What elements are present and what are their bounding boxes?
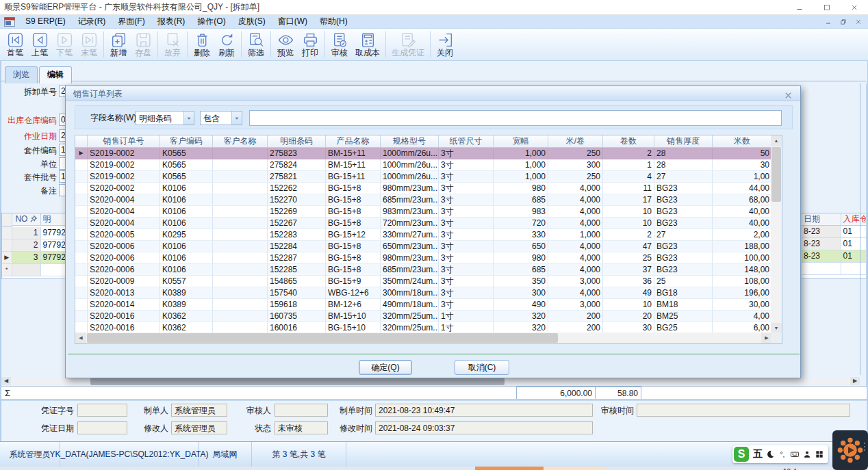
cell-8[interactable]: 300: [548, 159, 603, 171]
cell-9[interactable]: 10: [603, 218, 654, 229]
cell-3[interactable]: 159618: [268, 299, 326, 311]
footer-value[interactable]: 系统管理员: [171, 404, 227, 417]
footer-value[interactable]: 2021-08-24 09:03:37: [375, 421, 593, 434]
cell-6[interactable]: 3寸: [439, 183, 494, 194]
cell-7[interactable]: 490: [494, 299, 548, 311]
toolbar-last-record-button[interactable]: 末笔: [77, 31, 101, 59]
cell-2[interactable]: [213, 276, 268, 287]
toolbar-first-record-button[interactable]: 首笔: [3, 31, 27, 59]
cell-date[interactable]: 8-23: [802, 250, 841, 263]
cell-6[interactable]: 3寸: [439, 194, 494, 206]
cell-4[interactable]: BG-15+8: [326, 183, 381, 194]
cell-4[interactable]: BG-15+8: [326, 264, 381, 276]
cell-8[interactable]: 4,000: [548, 183, 603, 194]
cell-8[interactable]: 1,000: [548, 229, 603, 241]
cell-8[interactable]: 4,000: [548, 252, 603, 264]
cell-5[interactable]: 320mm/25um...: [381, 311, 439, 322]
cell-8[interactable]: 3,000: [548, 276, 603, 287]
cell-3[interactable]: 152270: [268, 194, 326, 206]
cell-4[interactable]: BG-15+9: [326, 276, 381, 287]
cell-8[interactable]: 250: [548, 148, 603, 159]
cell-10[interactable]: BG23: [654, 206, 713, 218]
cancel-button[interactable]: 取消(C): [455, 360, 509, 375]
toolbar-preview-button[interactable]: 预览: [273, 31, 298, 59]
hscroll-thumb[interactable]: [87, 333, 558, 343]
row-selector[interactable]: [75, 159, 88, 171]
cell-detail[interactable]: [41, 264, 66, 276]
cell-7[interactable]: 650: [494, 241, 548, 252]
footer-value[interactable]: [637, 404, 850, 417]
cell-0[interactable]: S2019-0002: [88, 159, 160, 171]
cell-6[interactable]: 3寸: [439, 229, 494, 241]
col-header-1[interactable]: 客户编码: [160, 135, 213, 148]
cell-10[interactable]: BG23: [654, 183, 713, 194]
taskbar-active-app[interactable]: [475, 467, 544, 470]
cell-5[interactable]: 1000mm/26u...: [381, 159, 439, 171]
cell-5[interactable]: 1000mm/26u...: [381, 171, 439, 183]
cell-9[interactable]: 4: [603, 171, 654, 183]
cell-4[interactable]: BM-12+6: [326, 299, 381, 311]
cell-1[interactable]: K0106: [160, 206, 213, 218]
cell-8[interactable]: 250: [548, 171, 603, 183]
cell-3[interactable]: 160735: [268, 311, 326, 322]
col-header-0[interactable]: 销售订单号: [88, 135, 160, 148]
row-selector[interactable]: [2, 227, 12, 239]
cell-detail[interactable]: 97792: [41, 252, 66, 264]
cell-4[interactable]: BG-15+8: [326, 194, 381, 206]
cell-3[interactable]: 275824: [268, 159, 326, 171]
cell-8[interactable]: 4,000: [548, 287, 603, 299]
cell-1[interactable]: K0295: [160, 229, 213, 241]
cell-0[interactable]: S2020-0004: [88, 218, 160, 229]
toolbar-print-button[interactable]: 打印: [298, 31, 322, 59]
cell-11[interactable]: 68,00: [713, 194, 772, 206]
toolbar-prev-record-button[interactable]: 上笔: [27, 31, 52, 59]
menu-item-4[interactable]: 操作(O): [191, 15, 231, 28]
table-row[interactable]: S2020-0004K0106152270BG-15+8685mm/23um..…: [75, 194, 772, 206]
cell-4[interactable]: BG-15+11: [326, 171, 381, 183]
table-row[interactable]: ▶397792: [2, 252, 66, 264]
row-selector[interactable]: *: [2, 264, 12, 276]
cell-3[interactable]: 152262: [268, 183, 326, 194]
row-selector[interactable]: ▶: [75, 148, 88, 159]
cell-11[interactable]: 1,00: [713, 171, 772, 183]
table-row[interactable]: S2020-0004K0106152267BG-15+8720mm/23um..…: [75, 218, 772, 229]
col-header-warehouse[interactable]: 入库仓库: [841, 213, 867, 226]
grid-hscrollbar[interactable]: ◀ ▶: [75, 332, 772, 343]
cell-6[interactable]: 1寸: [439, 311, 494, 322]
cell-9[interactable]: 49: [603, 287, 654, 299]
cell-2[interactable]: [213, 159, 268, 171]
cell-detail[interactable]: 97792: [41, 227, 66, 239]
footer-value[interactable]: [275, 404, 328, 417]
ime-toolbar[interactable]: S 五 °,: [732, 445, 828, 463]
row-selector[interactable]: [75, 194, 88, 206]
toolbar-refresh-button[interactable]: 刷新: [214, 31, 239, 59]
taskbar-app[interactable]: [544, 467, 605, 470]
cell-6[interactable]: 3寸: [439, 287, 494, 299]
col-header-5[interactable]: 规格型号: [381, 135, 439, 148]
cell-1[interactable]: K0106: [160, 252, 213, 264]
cell-0[interactable]: S2020-0006: [88, 252, 160, 264]
cell-4[interactable]: BG-15+8: [326, 241, 381, 252]
cell-5[interactable]: 685mm/23um...: [381, 194, 439, 206]
cell-5[interactable]: 1000mm/26u...: [381, 148, 439, 159]
cell-10[interactable]: 27: [654, 229, 713, 241]
table-row[interactable]: ▶S2019-0002K0565275823BM-15+111000mm/26u…: [75, 148, 772, 159]
cell-5[interactable]: 980mm/23um...: [381, 252, 439, 264]
cell-9[interactable]: 1: [603, 159, 654, 171]
cell-1[interactable]: K0106: [160, 264, 213, 276]
cell-2[interactable]: [213, 206, 268, 218]
cell-5[interactable]: 983mm/23um...: [381, 206, 439, 218]
toolbar-discard-button[interactable]: 放弃: [160, 31, 185, 59]
table-row[interactable]: S2020-0006K0106152284BG-15+8650mm/23um..…: [75, 241, 772, 252]
cell-10[interactable]: BG23: [654, 264, 713, 276]
row-selector[interactable]: [75, 218, 88, 229]
col-header-no[interactable]: NO: [12, 213, 41, 226]
cell-2[interactable]: [213, 229, 268, 241]
cell-10[interactable]: BG23: [654, 194, 713, 206]
table-row[interactable]: S2019-0002K0565275824BM-15+111000mm/26u.…: [75, 159, 772, 171]
cell-7[interactable]: 720: [494, 218, 548, 229]
menu-item-0[interactable]: S9 ERP(E): [19, 15, 72, 28]
row-selector[interactable]: [75, 252, 88, 264]
cell-7[interactable]: 980: [494, 183, 548, 194]
menu-item-2[interactable]: 界面(F): [112, 15, 151, 28]
